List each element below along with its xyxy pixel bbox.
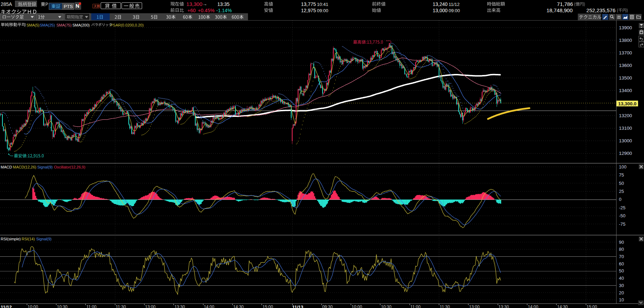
svg-text:13,300.0: 13,300.0 [618, 101, 637, 106]
svg-text:Signal(9): Signal(9) [37, 165, 53, 169]
svg-text:13,300: 13,300 [186, 1, 202, 7]
svg-text:10:00: 10:00 [352, 305, 362, 308]
svg-text:285A: 285A [1, 1, 12, 7]
svg-text:14:30: 14:30 [557, 305, 568, 308]
svg-text:RSI(simple): RSI(simple) [1, 237, 21, 241]
svg-text:13000: 13000 [619, 138, 632, 143]
svg-text:SMA(25): SMA(25) [40, 23, 55, 27]
svg-text:13700: 13700 [619, 50, 632, 55]
svg-text:11/12: 11/12 [1, 305, 12, 308]
svg-text:10: 10 [619, 297, 624, 302]
svg-text:0: 0 [619, 197, 621, 202]
svg-text:11:00: 11:00 [86, 305, 96, 308]
svg-text:13,000: 13,000 [433, 8, 448, 13]
svg-text:13800: 13800 [619, 38, 632, 43]
svg-text:100: 100 [619, 164, 627, 170]
svg-text:18,748,900: 18,748,900 [546, 7, 573, 13]
svg-text:60: 60 [619, 261, 624, 266]
svg-text:SMA(75): SMA(75) [56, 23, 71, 27]
svg-text:90: 90 [619, 240, 624, 245]
svg-text:40: 40 [619, 276, 624, 281]
svg-text:13:00: 13:00 [145, 305, 156, 308]
svg-text:-50: -50 [619, 213, 626, 218]
svg-text:11/12: 11/12 [449, 2, 460, 7]
svg-text:SMA(5): SMA(5) [26, 23, 39, 27]
svg-text:PSAR(0.0200,0.20): PSAR(0.0200,0.20) [110, 23, 143, 27]
svg-text:13500: 13500 [619, 75, 632, 81]
svg-text:10:30: 10:30 [381, 305, 391, 308]
svg-text:09:00: 09:00 [449, 8, 460, 13]
svg-text:MACD(12,26): MACD(12,26) [13, 165, 36, 169]
svg-text:→: → [202, 1, 207, 7]
svg-text:10:30: 10:30 [57, 305, 68, 308]
svg-text:-75: -75 [619, 221, 626, 227]
svg-text:70: 70 [619, 254, 624, 259]
svg-text:+0.45%: +0.45% [198, 8, 215, 13]
svg-text:12900: 12900 [619, 151, 632, 156]
svg-text:25: 25 [619, 189, 624, 194]
svg-text:14:00: 14:00 [528, 305, 538, 308]
svg-text:11:30: 11:30 [440, 305, 450, 308]
svg-text:PTS: PTS [64, 4, 73, 9]
svg-text:50: 50 [619, 181, 624, 186]
svg-text:Oscillator(12,26,9): Oscillator(12,26,9) [54, 165, 85, 169]
svg-text:14:30: 14:30 [233, 305, 244, 308]
svg-text:14:00: 14:00 [204, 305, 214, 308]
svg-text:11/13: 11/13 [292, 305, 303, 308]
svg-text:SMA(200): SMA(200) [72, 23, 90, 27]
svg-text:-25: -25 [619, 205, 626, 210]
svg-text:13200: 13200 [619, 113, 632, 118]
svg-text:13,240: 13,240 [433, 1, 448, 7]
svg-text:50: 50 [619, 268, 624, 273]
svg-text:13,775: 13,775 [301, 1, 316, 7]
svg-text:252,235,576: 252,235,576 [587, 7, 615, 13]
svg-text:15:00: 15:00 [587, 305, 597, 308]
svg-text:71,786: 71,786 [557, 1, 573, 7]
svg-text:Signal(9): Signal(9) [36, 237, 52, 241]
svg-text:80: 80 [619, 247, 624, 252]
svg-text:11:30: 11:30 [116, 305, 126, 308]
svg-text:13:30: 13:30 [174, 305, 185, 308]
svg-text:RSI(14): RSI(14) [22, 237, 35, 241]
svg-text:09:00: 09:00 [317, 8, 328, 13]
svg-text:09:30: 09:30 [322, 305, 333, 308]
svg-text:20: 20 [619, 290, 624, 295]
svg-text:MACD: MACD [1, 165, 12, 169]
svg-text:13600: 13600 [619, 63, 632, 68]
svg-text:10:41: 10:41 [317, 2, 328, 7]
svg-text:13:00: 13:00 [469, 305, 480, 308]
svg-text:13400: 13400 [619, 88, 632, 93]
svg-text:13900: 13900 [619, 25, 632, 30]
svg-text:30: 30 [619, 283, 624, 288]
svg-text:11:00: 11:00 [410, 305, 420, 308]
svg-text:-1.14%: -1.14% [216, 8, 232, 13]
svg-text:10:00: 10:00 [28, 305, 38, 308]
svg-text:+60: +60 [187, 8, 196, 13]
svg-text:13:35: 13:35 [217, 1, 230, 7]
svg-text:13:30: 13:30 [498, 305, 509, 308]
svg-text:75: 75 [619, 172, 624, 178]
svg-text:12,975: 12,975 [301, 8, 316, 13]
svg-text:13100: 13100 [619, 126, 632, 131]
svg-text:15:00: 15:00 [263, 305, 273, 308]
